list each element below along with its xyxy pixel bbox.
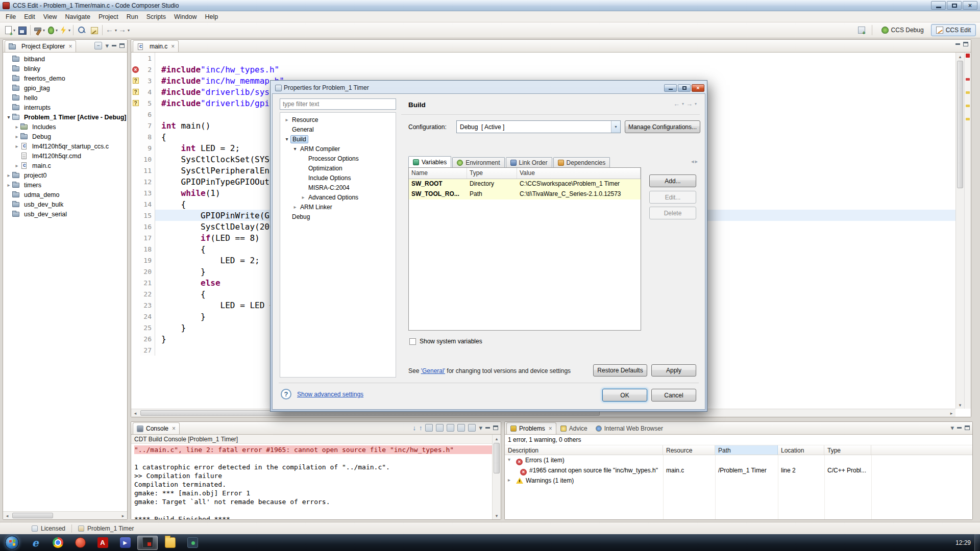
forward-button[interactable]: ▾	[118, 24, 130, 36]
perspective-ccs-edit[interactable]: CCS Edit	[931, 24, 976, 36]
console-output[interactable]: "../main.c", line 2: fatal error #1965: …	[131, 444, 492, 519]
red-app-taskbar-button[interactable]	[70, 536, 90, 550]
forward-menu-icon[interactable]: ▾	[695, 102, 697, 106]
maximize-icon[interactable]	[119, 43, 125, 48]
variable-row[interactable]: SW_TOOL_RO...PathC:\ti\TivaWare_C_Series…	[409, 189, 641, 199]
chevron-down-icon[interactable]: ▾	[128, 28, 130, 33]
project-item[interactable]: gpio_jtag	[3, 83, 127, 93]
properties-tree-item[interactable]: Debug	[280, 212, 396, 221]
expander-icon[interactable]: ▾	[283, 136, 290, 142]
tab-internal-web-browser[interactable]: Internal Web Browser	[592, 422, 667, 434]
maximize-button[interactable]	[947, 1, 962, 10]
adobe-reader-taskbar-button[interactable]: A	[92, 536, 113, 550]
scroll-down-icon[interactable]: ↓	[412, 424, 416, 432]
minimize-button[interactable]	[931, 1, 946, 10]
view-menu-icon[interactable]: ▾	[105, 42, 109, 49]
back-button[interactable]: ▾	[105, 24, 117, 36]
close-tab-icon[interactable]: ×	[68, 43, 72, 50]
project-item[interactable]: ▸lm4f120h5qr_startup_ccs.c	[3, 141, 127, 151]
properties-tree-item[interactable]: ▸Advanced Options	[280, 192, 396, 202]
show-system-variables-checkbox[interactable]	[409, 338, 416, 345]
properties-tree-item[interactable]: Processor Options	[280, 154, 396, 163]
general-link[interactable]: 'General'	[421, 367, 445, 374]
save-button[interactable]	[16, 24, 28, 36]
project-item[interactable]: usb_dev_serial	[3, 209, 127, 219]
menu-scripts[interactable]: Scripts	[142, 12, 170, 21]
flash-button[interactable]: ▾	[59, 24, 70, 36]
show-console-icon[interactable]	[425, 424, 433, 432]
annotation-button[interactable]	[88, 24, 100, 36]
menu-window[interactable]: Window	[170, 12, 201, 21]
internet-explorer-taskbar-button[interactable]: e	[25, 536, 45, 550]
build-button[interactable]: ▾	[33, 24, 45, 36]
tab-scroll-left-icon[interactable]: ◂	[691, 158, 694, 165]
minimize-icon[interactable]	[955, 43, 960, 45]
tab-project-explorer[interactable]: Project Explorer ×	[5, 40, 76, 52]
console-vscrollbar[interactable]: ▴ ▾	[492, 435, 501, 519]
chevron-down-icon[interactable]: ▾	[68, 28, 70, 33]
expander-icon[interactable]: ▸	[291, 204, 299, 210]
ok-button[interactable]: OK	[602, 389, 647, 402]
code-line[interactable]: ×2#include"inc/hw_types.h"	[131, 64, 955, 75]
new-file-button[interactable]: ▾	[4, 24, 15, 36]
column-header-type[interactable]: Type	[467, 168, 517, 179]
expander-icon[interactable]: ▸	[5, 182, 12, 188]
edit-button[interactable]: Edit...	[649, 191, 696, 204]
tab-console[interactable]: Console ×	[133, 422, 180, 434]
expander-icon[interactable]: ▾	[291, 146, 299, 152]
scroll-up-icon[interactable]: ▴	[493, 435, 501, 442]
expander-icon[interactable]: ▾	[5, 114, 12, 120]
column-header-resource[interactable]: Resource	[663, 445, 715, 455]
menu-view[interactable]: View	[39, 12, 61, 21]
close-button[interactable]: ×	[963, 1, 977, 10]
properties-tree-item[interactable]: Optimization	[280, 163, 396, 173]
project-item[interactable]: ▸timers	[3, 180, 127, 190]
apply-button[interactable]: Apply	[651, 364, 696, 377]
project-explorer-hscrollbar[interactable]: ◂ ▸	[3, 511, 127, 519]
close-tab-icon[interactable]: ×	[171, 43, 175, 50]
menu-project[interactable]: Project	[94, 12, 122, 21]
ti-app-taskbar-button[interactable]	[182, 536, 203, 550]
scrollbar-thumb[interactable]	[12, 513, 53, 518]
column-header-value[interactable]: Value	[517, 168, 641, 179]
search-button[interactable]	[76, 24, 87, 36]
warning-marker[interactable]	[966, 118, 970, 120]
tab-main-c[interactable]: main.c ×	[133, 40, 179, 52]
problems-group-row[interactable]: ▾×Errors (1 item)	[505, 455, 972, 465]
debug-button[interactable]: ▾	[46, 24, 58, 36]
taskbar-clock[interactable]: 12:29	[955, 534, 971, 551]
column-header-location[interactable]: Location	[778, 445, 824, 455]
chevron-down-icon[interactable]: ▾	[43, 28, 45, 33]
menu-navigate[interactable]: Navigate	[61, 12, 94, 21]
chevron-down-icon[interactable]: ▾	[115, 28, 117, 33]
close-tab-icon[interactable]: ×	[549, 425, 552, 432]
editor-vscrollbar[interactable]: ▴ ▾	[955, 53, 964, 409]
properties-tree-item[interactable]: MISRA-C:2004	[280, 183, 396, 192]
scroll-up-icon[interactable]: ▴	[956, 53, 964, 60]
tab-link-order[interactable]: Link Order	[506, 157, 552, 168]
column-header-type[interactable]: Type	[824, 445, 871, 455]
manage-configurations-button[interactable]: Manage Configurations...	[625, 120, 700, 133]
start-button[interactable]	[5, 536, 19, 549]
project-item[interactable]: freertos_demo	[3, 73, 127, 83]
chevron-down-icon[interactable]: ▾	[13, 28, 15, 33]
expander-icon[interactable]: ▸	[300, 194, 307, 200]
scroll-up-icon[interactable]: ↑	[419, 424, 423, 432]
project-item[interactable]: interrupts	[3, 103, 127, 112]
tab-scroll-right-icon[interactable]: ▸	[695, 158, 698, 165]
project-item[interactable]: ▸project0	[3, 170, 127, 180]
maximize-icon[interactable]	[493, 425, 498, 430]
project-item[interactable]: udma_demo	[3, 190, 127, 199]
back-menu-icon[interactable]: ▾	[682, 102, 684, 106]
expander-icon[interactable]: ▸	[13, 134, 20, 139]
tab-problems[interactable]: Problems×	[506, 422, 556, 434]
properties-tree-item[interactable]: ▸ARM Linker	[280, 202, 396, 212]
dialog-minimize-button[interactable]	[664, 84, 677, 92]
expander-icon[interactable]: ▸	[508, 477, 510, 483]
explorer-folder-taskbar-button[interactable]	[160, 536, 180, 550]
scrollbar-thumb[interactable]	[957, 61, 963, 188]
display-console-icon[interactable]	[436, 424, 444, 432]
column-header-path[interactable]: Path	[715, 445, 778, 455]
back-icon[interactable]: ←	[673, 100, 680, 108]
chrome-taskbar-button[interactable]	[47, 536, 68, 550]
